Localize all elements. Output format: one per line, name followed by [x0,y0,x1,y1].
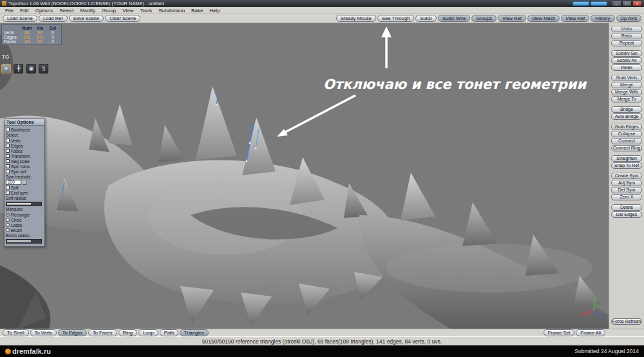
toolbar-button[interactable]: Groups [471,15,497,22]
right-panel-button[interactable]: Subdiv Sel [611,50,642,57]
force-refresh-button[interactable]: Force Refresh [611,318,642,325]
tool-button[interactable]: ➤ [1,64,11,73]
right-panel-button[interactable]: Connect Ring [611,145,642,151]
right-panel-button[interactable]: Merge [611,82,642,88]
menu-item[interactable]: Help [206,8,223,14]
menu-item[interactable]: Edit [17,8,32,14]
right-panel-button[interactable]: Del Sym [611,187,642,193]
right-panel-button[interactable]: Create Sym [611,173,642,179]
bottom-toolbar-button[interactable]: Triangles [180,329,209,336]
toolbar-button[interactable]: Load Ref [39,15,67,22]
option-checkbox[interactable]: Sym trans [6,164,43,169]
backfaces-checkbox[interactable]: Backfaces [6,127,43,132]
watermark-footer: dremfalk.ru Submitted 24 August 2014 [0,345,644,357]
right-panel-button[interactable]: Collapse [611,131,642,137]
right-panel: Undo Redo Repeat Subdiv Sel Subdiv All R… [609,23,644,329]
right-panel-button[interactable]: Grab Edges [611,124,642,130]
main-toolbar: Load Scene Load Ref Save Scene Clear Sce… [0,14,644,23]
titlebar-badge[interactable] [573,1,589,6]
stats-row: Edges 141 141 0 [3,35,61,39]
topogun-window: TopoGun 1.06 W64 (NODELOCKED LICENSE) (Y… [0,0,644,357]
tool-button[interactable]: ◉ [26,64,36,73]
tool-button[interactable]: ╋ [14,64,23,73]
right-panel-button[interactable]: Merge With [611,89,642,95]
select-mode-checkbox[interactable]: Edges [6,143,43,148]
menu-item[interactable]: View [119,8,137,14]
right-panel-button[interactable]: Straighten [611,155,642,162]
toolbar-button[interactable]: View Ref [498,15,526,22]
select-mode-checkbox[interactable]: Verts [6,138,43,143]
toolbar-button[interactable]: History [591,15,614,22]
menu-item[interactable]: Modify [77,8,99,14]
right-panel-button[interactable]: Grab Verts [611,75,642,81]
spinner-icon[interactable] [23,180,26,185]
checkbox-icon [6,154,10,158]
bottom-toolbar-button[interactable]: To Verts [30,329,57,336]
frame-button[interactable]: Frame All [576,329,605,336]
brush-radius-slider[interactable] [6,239,42,244]
toolbar-button[interactable]: SubD Wire [438,15,470,22]
right-panel-button[interactable]: Adj Sym [611,180,642,186]
option-checkbox[interactable]: Sym sel [6,169,43,174]
sym-threshold-input[interactable]: 200 [6,180,21,185]
toolbar-button[interactable]: Clear Scene [105,15,140,22]
close-button[interactable]: × [632,1,642,6]
marquee-radio[interactable]: Brush [6,227,43,233]
maximize-button[interactable]: □ [622,1,632,6]
window-title: TopoGun 1.06 W64 (NODELOCKED LICENSE) (Y… [8,1,164,6]
bottom-toolbar-button[interactable]: To Edges [58,329,87,336]
option-checkbox[interactable]: Neg scale [6,159,43,164]
right-panel-button[interactable]: Delete [611,204,642,211]
toolbar-button[interactable]: SubD [415,15,437,22]
toolbar-button[interactable]: See Through [377,15,414,22]
window-controls: – □ × [612,1,642,6]
right-panel-button[interactable]: Auto Bridge [611,113,642,120]
minimize-button[interactable]: – [612,1,621,6]
menu-item[interactable]: File [2,8,17,14]
titlebar-badge[interactable] [591,1,607,6]
bottom-toolbar-button[interactable]: Ring [118,329,137,336]
soft-checkbox[interactable]: Soft [6,185,43,190]
right-panel-button[interactable]: Snap To Ref [611,162,642,169]
frame-button[interactable]: Frame Sel [544,329,575,336]
right-panel-button[interactable]: Connect [611,138,642,144]
soft-checkbox[interactable]: Excl sym [6,190,43,195]
right-panel-button[interactable]: Del Edges [611,211,642,218]
option-checkbox[interactable]: Transform [6,153,43,159]
bottom-toolbar-button[interactable]: To Faces [88,329,117,336]
toolbar-button[interactable]: View Ref [561,15,589,22]
viewport-3d[interactable]: Отключаю и все тонет геометрии [0,23,609,329]
right-panel-button[interactable]: Zero X [611,194,642,200]
toolbar-button[interactable]: Steady Mouse [336,15,376,22]
right-panel-button[interactable]: Subdiv All [611,57,642,64]
marquee-radio[interactable]: Circle [6,217,43,222]
right-panel-button[interactable]: Bridge [611,106,642,113]
toolbar-button[interactable]: Up Axis [616,15,641,22]
bottom-toolbar-button[interactable]: Path [160,329,178,336]
toolbar-button[interactable]: Save Scene [69,15,104,22]
bottom-toolbar: To Shell To Verts To Edges To Faces Ring… [0,329,644,336]
right-panel-button[interactable]: Merge To [611,96,642,102]
marquee-radio[interactable]: Rectangle [6,212,43,217]
bottom-toolbar-button[interactable]: To Shell [3,329,29,336]
bottom-toolbar-button[interactable]: Loop [138,329,158,336]
right-panel-button[interactable]: Repeat [611,40,642,46]
select-mode-checkbox[interactable]: Faces [6,148,43,153]
right-panel-button[interactable]: Redo [611,33,642,39]
right-panel-button[interactable]: Relax [611,64,642,71]
menu-item[interactable]: Tools [137,8,156,14]
toolbar-button[interactable]: Load Scene [3,15,37,22]
toolbar-button[interactable]: View Mesh [527,15,560,22]
menu-item[interactable]: Subdivision [155,8,188,14]
menu-item[interactable]: Options [32,8,57,14]
menu-item[interactable]: Bake [188,8,206,14]
menu-item[interactable]: Select [56,8,77,14]
tool-options-title[interactable]: Tool Options [5,119,44,126]
soft-radius-slider[interactable] [6,202,42,206]
menu-item[interactable]: Group [99,8,119,14]
brush-radius-label: Brush radius: [6,233,43,238]
tool-button[interactable]: § [39,64,48,73]
checkbox-icon [6,186,10,189]
right-panel-button[interactable]: Undo [611,26,642,32]
marquee-radio[interactable]: Lasso [6,222,43,227]
